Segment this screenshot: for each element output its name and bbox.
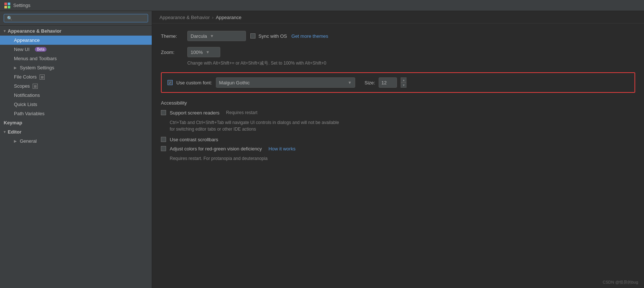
zoom-hint: Change with Alt+Shift+= or Alt+Shift+减号.… [187,60,635,66]
file-colors-icon: ▦ [40,74,45,80]
breadcrumb-current: Appearance [216,15,242,20]
sidebar-group-appearance-behavior[interactable]: ▾ Appearance & Behavior [0,26,152,36]
breadcrumb: Appearance & Behavior › Appearance [152,11,644,23]
chevron-right-icon-general: ▶ [14,139,17,143]
theme-row: Theme: Darcula ▼ Sync with OS Get more t… [161,31,635,41]
zoom-label: Zoom: [161,50,183,55]
sidebar-item-quick-lists[interactable]: Quick Lists [0,100,152,109]
contrast-scrollbars-item: Use contrast scrollbars [161,137,635,142]
sync-os-label: Sync with OS [258,33,287,39]
size-up-button[interactable]: ▲ [401,77,406,83]
main-layout: 🔍 ▾ Appearance & Behavior Appearance New… [0,11,644,288]
sidebar-item-new-ui[interactable]: New UI Beta [0,45,152,54]
sidebar-item-quick-lists-label: Quick Lists [14,102,37,107]
sidebar-item-new-ui-label: New UI [14,47,30,52]
sidebar-item-notifications[interactable]: Notifications [0,91,152,100]
sync-os-checkbox[interactable] [250,33,255,39]
search-bar: 🔍 [0,11,152,26]
title-bar-title: Settings [13,3,30,8]
screen-readers-restart: Requires restart [226,110,257,115]
sidebar-item-general-label: General [20,138,37,144]
custom-font-box: Use custom font: Malgun Gothic ▼ Size: ▲… [161,72,635,93]
scopes-icon: ▦ [33,84,38,89]
zoom-dropdown-arrow: ▼ [206,50,210,54]
search-input[interactable] [15,15,145,21]
sidebar-item-scopes-label: Scopes [14,83,30,89]
color-deficiency-label: Adjust colors for red-green vision defic… [170,146,262,152]
sidebar-item-system-settings-label: System Settings [20,65,54,70]
accessibility-section: Accessibility Support screen readers Req… [161,100,635,162]
get-more-themes-link[interactable]: Get more themes [291,33,328,39]
title-bar: Settings [0,0,644,11]
contrast-scrollbars-label: Use contrast scrollbars [170,137,218,142]
custom-font-row: Use custom font: Malgun Gothic ▼ Size: ▲… [168,77,629,88]
breadcrumb-parent: Appearance & Behavior [159,15,210,20]
sidebar-item-system-settings[interactable]: ▶ System Settings [0,63,152,72]
watermark: CSDN @怪异的bug [603,280,638,285]
sidebar-item-file-colors-label: File Colors [14,74,37,80]
color-deficiency-item: Adjust colors for red-green vision defic… [161,146,635,152]
zoom-dropdown[interactable]: 100% ▼ [187,47,220,57]
zoom-value: 100% [191,50,203,55]
theme-dropdown-arrow: ▼ [210,34,214,38]
sidebar: 🔍 ▾ Appearance & Behavior Appearance New… [0,11,152,288]
svg-rect-1 [8,3,10,5]
font-dropdown[interactable]: Malgun Gothic ▼ [216,77,355,88]
breadcrumb-separator: › [212,15,213,20]
svg-rect-2 [4,6,7,8]
screen-readers-item: Support screen readers Requires restart [161,110,635,116]
sidebar-item-menus-toolbars[interactable]: Menus and Toolbars [0,54,152,63]
nav-section: ▾ Appearance & Behavior Appearance New U… [0,26,152,146]
theme-dropdown[interactable]: Darcula ▼ [187,31,246,41]
sidebar-item-scopes[interactable]: Scopes ▦ [0,81,152,91]
content-panel: Appearance & Behavior › Appearance Theme… [152,11,644,288]
sidebar-item-path-variables[interactable]: Path Variables [0,109,152,118]
sidebar-group-keymap-label: Keymap [4,120,22,125]
sidebar-item-file-colors[interactable]: File Colors ▦ [0,72,152,81]
font-dropdown-arrow: ▼ [348,80,352,85]
sidebar-item-path-variables-label: Path Variables [14,111,45,116]
screen-readers-checkbox[interactable] [161,110,166,115]
custom-font-checkbox[interactable] [168,80,173,85]
accessibility-title: Accessibility [161,100,635,106]
zoom-row: Zoom: 100% ▼ [161,47,635,57]
theme-label: Theme: [161,33,183,39]
font-value: Malgun Gothic [219,80,345,85]
sidebar-item-general[interactable]: ▶ General [0,136,152,146]
color-deficiency-checkbox[interactable] [161,146,166,151]
sync-os-row: Sync with OS [250,33,287,39]
contrast-scrollbars-checkbox[interactable] [161,137,166,142]
new-ui-badge: Beta [35,47,47,52]
sidebar-group-editor[interactable]: ▾ Editor [0,127,152,136]
sidebar-item-notifications-label: Notifications [14,92,40,98]
chevron-down-icon: ▾ [4,29,5,33]
svg-rect-3 [8,6,10,8]
chevron-right-icon: ▶ [14,66,17,70]
search-icon: 🔍 [7,16,12,21]
sidebar-group-label: Appearance & Behavior [8,28,62,34]
app-icon [4,3,10,8]
sidebar-item-menus-toolbars-label: Menus and Toolbars [14,56,57,61]
size-stepper: ▲ ▼ [401,77,406,88]
theme-value: Darcula [191,33,207,39]
sidebar-item-appearance[interactable]: Appearance [0,36,152,45]
settings-content: Theme: Darcula ▼ Sync with OS Get more t… [152,23,644,288]
color-deficiency-desc: Requires restart. For protanopia and deu… [170,155,635,162]
sidebar-group-editor-label: Editor [8,129,22,135]
size-input[interactable] [379,77,397,88]
size-label: Size: [365,80,375,85]
screen-readers-label: Support screen readers [170,110,220,116]
search-input-wrapper[interactable]: 🔍 [4,14,148,22]
sidebar-group-keymap[interactable]: Keymap [0,118,152,127]
how-it-works-link[interactable]: How it works [268,146,295,152]
sidebar-item-appearance-label: Appearance [14,37,40,43]
screen-readers-desc: Ctrl+Tab and Ctrl+Shift+Tab will navigat… [170,119,635,132]
custom-font-label: Use custom font: [176,80,212,85]
size-down-button[interactable]: ▼ [401,83,406,88]
svg-rect-0 [4,3,7,5]
chevron-down-icon-editor: ▾ [4,130,5,134]
